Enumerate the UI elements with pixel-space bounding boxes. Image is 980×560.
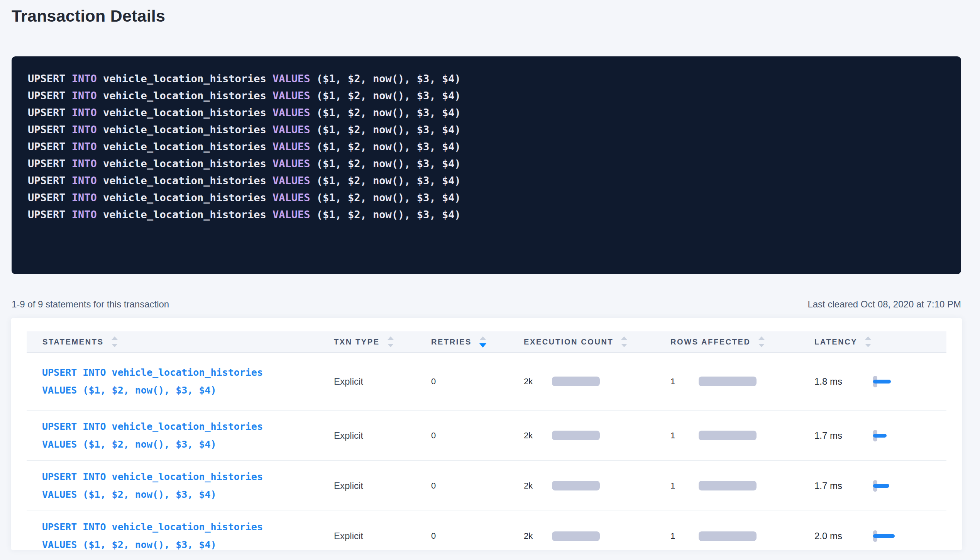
column-header-retries[interactable]: Retries: [431, 331, 524, 352]
transaction-details-page: Transaction Details UPSERT INTO vehicle_…: [0, 5, 980, 560]
rows-affected-bar: [699, 431, 757, 440]
sort-down-icon: [865, 344, 871, 347]
latency-bar: [873, 380, 891, 384]
rows-affected-value: 1: [670, 431, 699, 441]
sort-arrows-icon-active-desc[interactable]: [479, 336, 486, 348]
latency-value: 1.8 ms: [814, 376, 873, 387]
sql-text: UPSERT: [28, 175, 72, 187]
column-header-txn-type[interactable]: Txn Type: [334, 331, 431, 352]
statement-cell: UPSERT INTO vehicle_location_historiesVA…: [27, 353, 334, 410]
execution-count-cell: 2k: [524, 431, 670, 441]
latency-bar-chart: [873, 376, 919, 387]
sort-down-icon: [758, 344, 765, 347]
sql-text: vehicle_location_histories: [103, 175, 273, 187]
retries-cell: 0: [431, 377, 524, 387]
sort-arrows-icon[interactable]: [388, 336, 394, 347]
sql-text: ($1, $2, now(), $3, $4): [317, 73, 461, 85]
sql-text: vehicle_location_histories: [103, 209, 273, 221]
sql-keyword: INTO: [72, 175, 103, 187]
execution-count-cell: 2k: [524, 377, 670, 387]
rows-affected-value: 1: [670, 531, 699, 541]
latency-cell: 1.7 ms: [814, 480, 946, 492]
sql-text: vehicle_location_histories: [103, 141, 273, 153]
sql-statement-line: UPSERT INTO vehicle_location_histories V…: [28, 87, 945, 104]
sql-text: UPSERT: [28, 209, 72, 221]
latency-cell: 2.0 ms: [814, 530, 946, 542]
rows-affected-cell: 1: [670, 431, 814, 441]
execution-count-value: 2k: [524, 531, 552, 541]
sql-text: vehicle_location_histories: [103, 90, 273, 102]
sql-text: vehicle_location_histories: [103, 73, 273, 85]
summary-bar: 1-9 of 9 statements for this transaction…: [12, 298, 961, 311]
statement-line-2: VALUES ($1, $2, now(), $3, $4): [42, 385, 217, 396]
sql-text: UPSERT: [28, 192, 72, 204]
sql-text: vehicle_location_histories: [103, 107, 273, 119]
sql-statement-line: UPSERT INTO vehicle_location_histories V…: [28, 189, 945, 206]
statement-cell: UPSERT INTO vehicle_location_historiesVA…: [27, 461, 334, 511]
rows-affected-value: 1: [670, 481, 699, 491]
sort-arrows-icon[interactable]: [758, 336, 765, 347]
statement-line-1: UPSERT INTO vehicle_location_histories: [42, 471, 263, 482]
statements-table-card: Statements Txn Type Retries Execution Co…: [11, 318, 962, 550]
latency-bar: [873, 484, 889, 488]
sql-keyword: VALUES: [273, 90, 317, 102]
rows-affected-bar: [699, 531, 757, 541]
sort-arrows-icon[interactable]: [621, 336, 627, 347]
statement-link[interactable]: UPSERT INTO vehicle_location_historiesVA…: [42, 518, 263, 554]
column-header-rows-affected[interactable]: Rows Affected: [670, 331, 814, 352]
txn-type-cell: Explicit: [334, 480, 431, 491]
statements-count-text: 1-9 of 9 statements for this transaction: [12, 298, 169, 311]
sql-text: UPSERT: [28, 73, 72, 85]
execution-count-cell: 2k: [524, 531, 670, 541]
txn-type-cell: Explicit: [334, 376, 431, 387]
sql-text: UPSERT: [28, 107, 72, 119]
execution-count-value: 2k: [524, 377, 552, 387]
statement-line-1: UPSERT INTO vehicle_location_histories: [42, 521, 263, 533]
execution-count-value: 2k: [524, 431, 552, 441]
sql-statement-line: UPSERT INTO vehicle_location_histories V…: [28, 121, 945, 138]
sort-up-icon: [758, 336, 765, 340]
column-header-statements[interactable]: Statements: [27, 331, 334, 352]
statement-link[interactable]: UPSERT INTO vehicle_location_historiesVA…: [42, 364, 263, 399]
latency-bar: [873, 434, 887, 438]
sort-up-icon: [621, 336, 627, 340]
sql-keyword: INTO: [72, 124, 103, 136]
sql-keyword: VALUES: [273, 73, 317, 85]
sort-up-icon: [480, 336, 486, 340]
sql-keyword: INTO: [72, 192, 103, 204]
statement-link[interactable]: UPSERT INTO vehicle_location_historiesVA…: [42, 468, 263, 504]
statement-cell: UPSERT INTO vehicle_location_historiesVA…: [27, 511, 334, 560]
execution-count-bar: [552, 481, 600, 490]
transaction-sql-block: UPSERT INTO vehicle_location_histories V…: [12, 56, 961, 274]
sql-text: UPSERT: [28, 124, 72, 136]
rows-affected-bar: [699, 481, 757, 490]
retries-cell: 0: [431, 431, 524, 441]
sort-arrows-icon[interactable]: [112, 336, 118, 347]
column-header-latency[interactable]: Latency: [814, 331, 946, 352]
sql-statement-line: UPSERT INTO vehicle_location_histories V…: [28, 172, 945, 189]
sql-text: UPSERT: [28, 90, 72, 102]
latency-value: 2.0 ms: [814, 531, 873, 541]
column-label: Latency: [814, 338, 857, 346]
sql-keyword: INTO: [72, 90, 103, 102]
statement-link[interactable]: UPSERT INTO vehicle_location_historiesVA…: [42, 418, 263, 453]
sort-down-icon: [621, 344, 627, 347]
rows-affected-cell: 1: [670, 531, 814, 541]
latency-bar-chart: [873, 430, 919, 441]
statement-line-2: VALUES ($1, $2, now(), $3, $4): [42, 439, 217, 450]
sql-keyword: VALUES: [273, 107, 317, 119]
rows-affected-value: 1: [670, 377, 699, 387]
latency-cell: 1.8 ms: [814, 376, 946, 387]
sql-text: vehicle_location_histories: [103, 158, 273, 170]
column-label: Rows Affected: [670, 338, 751, 346]
sql-text: ($1, $2, now(), $3, $4): [317, 124, 461, 136]
table-row: UPSERT INTO vehicle_location_historiesVA…: [27, 461, 946, 511]
sql-keyword: VALUES: [273, 141, 317, 153]
sql-keyword: VALUES: [273, 209, 317, 221]
sql-keyword: VALUES: [273, 158, 317, 170]
sql-statement-line: UPSERT INTO vehicle_location_histories V…: [28, 155, 945, 172]
column-label: Txn Type: [334, 338, 380, 346]
sort-arrows-icon[interactable]: [865, 336, 871, 347]
sort-up-icon: [388, 336, 394, 340]
column-header-execution-count[interactable]: Execution Count: [524, 331, 670, 352]
